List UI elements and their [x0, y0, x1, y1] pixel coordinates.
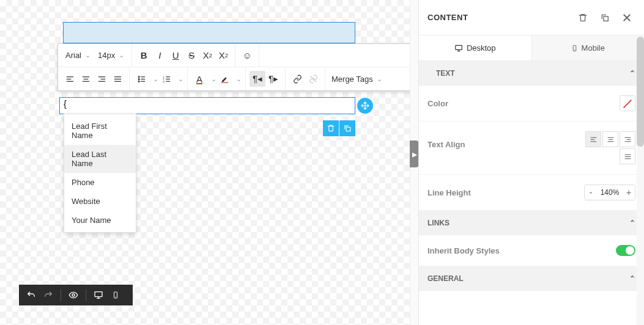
svg-rect-24	[221, 82, 228, 82]
section-links-header[interactable]: LINKS ⌃	[419, 211, 644, 235]
panel-close-button[interactable]	[618, 9, 635, 26]
emoji-button[interactable]: ☺	[239, 48, 255, 64]
panel-duplicate-button[interactable]	[596, 9, 613, 26]
align-justify-button[interactable]	[109, 71, 125, 87]
merge-tags-label: Merge Tags	[331, 75, 373, 84]
lineheight-stepper: - 140% +	[584, 184, 635, 200]
panel-header: CONTENT	[419, 0, 644, 35]
svg-rect-36	[456, 45, 462, 49]
highlight-color-button[interactable]	[217, 71, 232, 87]
property-inherit-label: Inherit Body Styles	[427, 246, 500, 255]
rtl-button[interactable]: ¶▸	[265, 71, 281, 87]
property-color-row: Color	[419, 86, 644, 122]
font-size-select[interactable]: 14px⌄	[94, 48, 128, 64]
tab-mobile-label: Mobile	[582, 43, 605, 53]
move-icon[interactable]	[357, 98, 373, 114]
redo-button[interactable]	[41, 288, 56, 302]
chevron-down-icon: ⌄	[377, 75, 382, 83]
property-lineheight-row: Line Height - 140% +	[419, 175, 644, 211]
tab-mobile[interactable]: Mobile	[532, 35, 645, 60]
svg-point-14	[138, 81, 139, 82]
section-text-label: TEXT	[436, 69, 455, 78]
chevron-down-icon[interactable]: ⌄	[211, 75, 217, 83]
text-block-editor[interactable]: {	[59, 97, 355, 114]
desktop-preview-button[interactable]	[91, 288, 106, 302]
font-family-label: Arial	[65, 51, 81, 60]
canvas-bottom-toolbar	[19, 285, 133, 305]
duplicate-block-button[interactable]	[339, 120, 355, 136]
align-center-option[interactable]	[602, 131, 618, 147]
chevron-up-icon: ⌃	[629, 274, 635, 283]
superscript-button[interactable]: X2	[199, 48, 215, 64]
align-left-button[interactable]	[62, 71, 78, 87]
property-align-label: Text Align	[427, 140, 465, 149]
align-justify-option[interactable]	[620, 148, 635, 164]
lineheight-value[interactable]: 140%	[597, 188, 623, 197]
merge-option-your-name[interactable]: Your Name	[64, 211, 136, 230]
panel-title: CONTENT	[427, 13, 468, 22]
subscript-button[interactable]: X2	[215, 48, 231, 64]
section-text-header[interactable]: TEXT ⌃	[419, 61, 644, 86]
svg-point-13	[138, 78, 139, 79]
chevron-up-icon: ⌃	[629, 69, 635, 78]
mobile-preview-button[interactable]	[108, 288, 123, 302]
scrollbar-thumb[interactable]	[637, 37, 644, 147]
section-links-label: LINKS	[427, 219, 450, 227]
panel-delete-button[interactable]	[574, 9, 591, 26]
separator	[61, 289, 61, 301]
property-lineheight-label: Line Height	[427, 188, 471, 197]
font-family-select[interactable]: Arial⌄	[62, 48, 94, 64]
chevron-up-icon: ⌃	[629, 219, 635, 227]
text-toolbar: Arial⌄ 14px⌄ B I U S X2 X2 ☺	[57, 43, 440, 91]
inherit-toggle[interactable]	[616, 245, 635, 256]
ltr-button[interactable]: ¶◂	[250, 71, 265, 87]
strikethrough-button[interactable]: S	[183, 48, 199, 64]
link-button[interactable]	[289, 71, 305, 87]
ordered-list-button[interactable]: 123	[158, 71, 174, 87]
font-size-label: 14px	[98, 51, 115, 60]
chevron-down-icon[interactable]: ⌄	[236, 75, 242, 83]
merge-option-website[interactable]: Website	[64, 192, 136, 211]
stepper-increase[interactable]: +	[623, 185, 635, 200]
svg-text:3: 3	[163, 80, 165, 83]
svg-point-12	[138, 76, 139, 77]
properties-panel: CONTENT Desktop Mobile TEXT ⌃ Color Text…	[418, 0, 644, 325]
property-inherit-row: Inherit Body Styles	[419, 235, 644, 266]
bold-button[interactable]: B	[136, 48, 152, 64]
merge-option-phone[interactable]: Phone	[64, 173, 136, 192]
merge-option-lead-last-name[interactable]: Lead Last Name	[64, 145, 136, 173]
chevron-down-icon: ⌄	[85, 51, 91, 59]
panel-scrollbar[interactable]	[637, 35, 644, 325]
editor-canvas[interactable]: Arial⌄ 14px⌄ B I U S X2 X2 ☺	[0, 0, 418, 325]
align-center-button[interactable]	[78, 71, 94, 87]
preview-button[interactable]	[66, 288, 81, 302]
underline-button[interactable]: U	[168, 48, 183, 64]
italic-button[interactable]: I	[152, 48, 168, 64]
property-align-row: Text Align	[419, 122, 644, 175]
undo-button[interactable]	[24, 288, 39, 302]
merge-tags-dropdown[interactable]: Merge Tags⌄	[325, 75, 388, 84]
svg-rect-26	[346, 127, 350, 131]
mobile-icon	[571, 44, 578, 53]
svg-rect-28	[95, 292, 102, 297]
section-general-header[interactable]: GENERAL ⌃	[419, 266, 644, 291]
delete-block-button[interactable]	[323, 120, 339, 136]
tab-desktop-label: Desktop	[467, 43, 496, 53]
text-color-button[interactable]: A	[191, 71, 207, 87]
chevron-down-icon[interactable]: ⌄	[178, 75, 183, 83]
desktop-icon	[454, 44, 463, 53]
stepper-decrease[interactable]: -	[585, 185, 597, 200]
align-right-option[interactable]	[620, 131, 635, 147]
unordered-list-button[interactable]	[133, 71, 149, 87]
device-tabs: Desktop Mobile	[419, 35, 644, 61]
merge-option-lead-first-name[interactable]: Lead First Name	[64, 117, 136, 145]
align-right-button[interactable]	[94, 71, 109, 87]
tab-desktop[interactable]: Desktop	[419, 35, 532, 60]
selected-row-outline[interactable]	[63, 22, 355, 43]
align-left-option[interactable]	[585, 131, 601, 147]
color-picker[interactable]	[620, 95, 635, 111]
chevron-down-icon: ⌄	[119, 51, 124, 59]
chevron-down-icon[interactable]: ⌄	[153, 75, 158, 83]
separator	[86, 289, 86, 301]
unlink-button[interactable]	[305, 71, 321, 87]
